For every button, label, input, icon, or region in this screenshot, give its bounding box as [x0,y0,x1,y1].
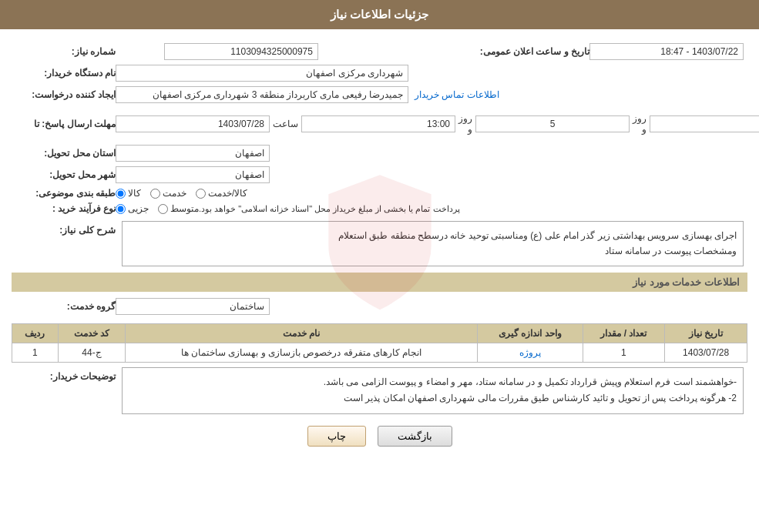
service-group-value: ساختمان [116,298,270,315]
province-row: استان محل تحویل: اصفهان [12,142,747,164]
col-service-code: کد خدمت [58,323,126,343]
print-button[interactable]: چاپ [307,426,366,447]
city-value: اصفهان [116,166,270,183]
purchase-type-radio-jozii[interactable] [116,204,126,214]
need-number-label: شماره نیاز: [15,46,116,57]
category-radio-kala-khadamat[interactable] [196,189,206,199]
row-date: 1403/07/28 [665,343,747,362]
col-service-name: نام خدمت [126,323,478,343]
purchase-type-motavas-label: متوسط [170,203,199,214]
service-group-label: گروه خدمت: [15,301,116,312]
purchase-type-note: پرداخت تمام یا بخشی از مبلغ خریداز محل "… [199,204,460,214]
col-date: تاریخ نیاز [665,323,747,343]
buyer-value: شهرداری مرکزی اصفهان [116,65,408,82]
services-table: تاریخ نیاز تعداد / مقدار واحد اندازه گیر… [12,323,747,363]
need-number-value: 1103094325000975 [164,43,318,60]
col-row-num: ردیف [12,323,59,343]
services-section-title: اطلاعات خدمات مورد نیاز [12,273,747,292]
city-label: شهر محل تحویل: [15,169,116,180]
col-quantity: تعداد / مقدار [583,323,665,343]
buyer-notes-container: توضیحات خریدار: -خواهشمند است فرم استعلا… [15,367,744,414]
purchase-type-radio-group: متوسط جزیی [116,203,199,214]
buyer-row: نام دستگاه خریدار: شهرداری مرکزی اصفهان [12,62,747,84]
back-button[interactable]: بازگشت [378,426,452,447]
deadline-row: مهلت ارسال پاسخ: تا 1403/07/28 ساعت 13:0… [12,105,747,142]
row-unit[interactable]: پروژه [477,343,583,362]
purchase-type-jozii-label: جزیی [128,203,149,214]
table-row: 1403/07/28 1 پروژه انجام کارهای متفرقه د… [12,343,747,362]
deadline-days-label: روز و [455,113,475,135]
description-line1: اجرای بهسازی سرویس بهداشتی زیر گذر امام … [338,230,737,241]
requester-contact-link[interactable]: اطلاعات تماس خریدار [415,89,499,100]
row-num: 1 [12,343,59,362]
city-row: شهر محل تحویل: اصفهان [12,164,747,186]
description-line2: ومشخصات پیوست در سامانه ستاد [605,246,737,256]
public-announce-label: تاریخ و ساعت اعلان عمومی: [480,46,589,57]
description-container: شرح کلی نیاز: اجرای بهسازی سرویس بهداشتی… [15,221,744,266]
buyer-notes-line2: 2- هرگونه پرداخت پس از تحویل و تائید کار… [344,393,737,403]
category-option-kala-label: کالا [128,188,141,199]
requester-value: جمیدرضا رفیعی ماری کاربرداز منطقه 3 شهرد… [116,86,408,103]
category-option-kala-khadamat-label: کالا/خدمت [208,188,247,199]
category-radio-khadamat[interactable] [150,189,160,199]
purchase-type-label: نوع فرآیند خرید : [15,203,116,214]
category-radio-group: کالا/خدمت خدمت کالا [116,188,247,199]
buttons-row: بازگشت چاپ [12,426,747,447]
category-radio-kala[interactable] [116,189,126,199]
category-option-khadamat-label: خدمت [163,188,186,199]
deadline-remaining: 17:51:10 [650,115,759,132]
requester-row: ایجاد کننده درخواست: جمیدرضا رفیعی ماری … [12,84,747,105]
province-label: استان محل تحویل: [15,148,116,159]
purchase-type-option-motavas[interactable]: متوسط [158,203,199,214]
deadline-label: مهلت ارسال پاسخ: تا [15,119,116,129]
category-option-kala[interactable]: کالا [116,188,141,199]
deadline-time-label: ساعت [270,119,301,129]
purchase-type-row: نوع فرآیند خرید : متوسط جزیی پرداخت تمام… [12,201,747,216]
row-quantity: 1 [583,343,665,362]
service-group-row: گروه خدمت: ساختمان [12,296,747,317]
buyer-notes-line1: -خواهشمند است فرم استعلام وپیش قرارداد ت… [324,376,737,387]
public-announce-value: 1403/07/22 - 18:47 [589,43,744,60]
deadline-time: 13:00 [301,115,455,132]
col-unit: واحد اندازه گیری [477,323,583,343]
category-row: طبقه بندی موضوعی: کالا/خدمت خدمت کالا [12,186,747,201]
page-title: جزئیات اطلاعات نیاز [331,8,428,21]
buyer-label: نام دستگاه خریدار: [15,68,116,79]
deadline-remaining-label: روز و [630,113,650,135]
category-label: طبقه بندی موضوعی: [15,188,116,199]
purchase-type-radio-motavas[interactable] [158,204,168,214]
buyer-notes-box: -خواهشمند است فرم استعلام وپیش قرارداد ت… [122,367,744,414]
row-service-code: ج-44 [58,343,126,362]
requester-label: ایجاد کننده درخواست: [15,89,116,100]
purchase-type-option-jozii[interactable]: جزیی [116,203,149,214]
category-option-kala-khadamat[interactable]: کالا/خدمت [196,188,247,199]
table-header-row: تاریخ نیاز تعداد / مقدار واحد اندازه گیر… [12,323,747,343]
province-value: اصفهان [116,145,270,162]
description-box: اجرای بهسازی سرویس بهداشتی زیر گذر امام … [122,221,744,266]
description-label: شرح کلی نیاز: [15,221,116,236]
buyer-notes-label: توضیحات خریدار: [15,367,116,382]
row-service-name: انجام کارهای متفرقه درخصوص بازسازی و بهس… [126,343,478,362]
deadline-days: 5 [475,115,630,132]
need-number-row: شماره نیاز: 1103094325000975 تاریخ و ساع… [12,41,747,62]
category-option-khadamat[interactable]: خدمت [150,188,186,199]
page-header: جزئیات اطلاعات نیاز [0,0,759,29]
deadline-date: 1403/07/28 [116,115,270,132]
